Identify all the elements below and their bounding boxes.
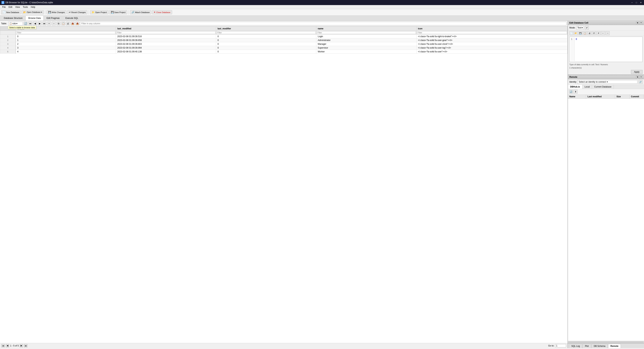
add-row-button[interactable]: +: [47, 22, 51, 26]
col-header-last-modifier[interactable]: last_modifier: [216, 27, 316, 31]
col-header-name[interactable]: name: [316, 27, 416, 31]
remote-tab-dbhub[interactable]: DBHub.io: [568, 85, 582, 89]
cell-text-content[interactable]: 0: [574, 38, 642, 61]
menu-file[interactable]: File: [1, 6, 7, 9]
cell-last-modifier-3[interactable]: 0: [216, 42, 316, 46]
col-header-last-modified[interactable]: last_modified: [116, 27, 216, 31]
remote-tab-local[interactable]: Local: [582, 85, 592, 89]
first-page-button[interactable]: ⏮: [2, 344, 5, 347]
open-database-button[interactable]: 📂 Open Database ▾: [22, 10, 44, 14]
cell-last-modifier-5[interactable]: 0: [216, 50, 316, 54]
cell-role-id-3[interactable]: 2: [16, 42, 116, 46]
menu-edit[interactable]: Edit: [7, 6, 14, 9]
export-button[interactable]: 📤: [71, 22, 75, 26]
cell-last-modified-1[interactable]: 2023-02-08 01:09:39.516: [116, 34, 216, 38]
table-row[interactable]: 3 2 2023-02-08 01:09:39.803 0 Manager <i…: [0, 42, 568, 46]
table-row[interactable]: 1 0 2023-02-08 01:09:39.516 0 Login <i c…: [0, 34, 568, 38]
goto-prev-button[interactable]: ◀: [33, 22, 37, 26]
maximize-button[interactable]: □: [634, 1, 638, 4]
cell-icon-4[interactable]: <i class="fa-solid fa-user-tag"></i>: [416, 46, 568, 50]
table-select[interactable]: 📋 role ▾: [8, 22, 23, 25]
filter-last-modifier[interactable]: [216, 31, 316, 34]
filter-last-modified[interactable]: [116, 31, 216, 34]
cell-name-1[interactable]: Login: [316, 34, 416, 38]
col-header-icon[interactable]: icon: [416, 27, 568, 31]
remote-connect-button[interactable]: 🔗: [638, 80, 642, 84]
remote-scrollbar[interactable]: [568, 341, 644, 343]
tab-database-structure[interactable]: Database Structure: [1, 16, 25, 20]
bottom-tab-remote[interactable]: Remote: [608, 344, 621, 348]
new-database-button[interactable]: 📄 New Database: [1, 10, 21, 14]
mode-apply-icon-button[interactable]: ✔: [585, 26, 589, 30]
duplicate-row-button[interactable]: ⧉: [56, 22, 60, 26]
cell-tool-print[interactable]: 🖨: [588, 31, 592, 35]
revert-changes-button[interactable]: ↩ Revert Changes: [67, 10, 88, 14]
table-row[interactable]: 4 3 2023-02-08 01:09:39.994 0 Supervisor…: [0, 46, 568, 50]
cell-role-id-4[interactable]: 3: [16, 46, 116, 50]
cell-name-5[interactable]: Worker: [316, 50, 416, 54]
edit-cell-float-button[interactable]: ⧉: [636, 22, 639, 24]
cell-last-modified-2[interactable]: 2023-02-08 01:09:39.658: [116, 38, 216, 42]
goto-input[interactable]: [555, 344, 566, 347]
cell-tool-next[interactable]: →: [606, 31, 610, 35]
cell-last-modifier-2[interactable]: 0: [216, 38, 316, 42]
cell-tool-new[interactable]: 📄: [569, 31, 573, 35]
remote-close-button[interactable]: ✕: [640, 76, 642, 78]
bottom-tab-sql-log[interactable]: SQL Log: [569, 344, 582, 348]
close-database-button[interactable]: ✕ Close Database: [152, 10, 172, 14]
cell-icon-1[interactable]: <i class="fa-solid fa-right-to-braket"><…: [416, 34, 568, 38]
attach-database-button[interactable]: 🔗 Attach Database: [130, 10, 151, 14]
apply-button[interactable]: Apply: [631, 70, 642, 74]
prev-page-button[interactable]: ◀: [6, 344, 9, 347]
cell-tool-null[interactable]: ∅: [592, 31, 596, 35]
cell-name-2[interactable]: Administrator: [316, 38, 416, 42]
filter-name[interactable]: [317, 31, 416, 34]
cell-tool-copy[interactable]: 📋: [583, 31, 587, 35]
close-button[interactable]: ✕: [639, 1, 642, 4]
remote-tab-current[interactable]: Current Database: [592, 85, 614, 89]
last-page-button[interactable]: ⏭: [24, 344, 27, 347]
minimize-button[interactable]: ─: [630, 1, 634, 4]
cell-role-id-5[interactable]: 4: [16, 50, 116, 54]
cell-name-3[interactable]: Manager: [316, 42, 416, 46]
save-project-button[interactable]: 💾 Save Project: [109, 10, 127, 14]
search-input[interactable]: [80, 22, 566, 25]
remote-float-button[interactable]: ⧉: [636, 76, 639, 78]
menu-tools[interactable]: Tools: [22, 6, 29, 9]
tab-browse-data[interactable]: Browse Data: [26, 16, 44, 20]
cell-tool-save[interactable]: 💾: [578, 31, 582, 35]
bottom-tab-db-schema[interactable]: DB Schema: [592, 344, 608, 348]
goto-first-button[interactable]: ⏮: [28, 22, 32, 26]
cell-last-modified-5[interactable]: 2023-02-08 01:09:40.138: [116, 50, 216, 54]
next-page-button[interactable]: ▶: [20, 344, 23, 347]
cell-name-4[interactable]: Supervisor: [316, 46, 416, 50]
remote-tool-refresh[interactable]: 🔄: [569, 90, 573, 94]
import-button[interactable]: 📥: [75, 22, 79, 26]
goto-next-button[interactable]: ▶: [38, 22, 42, 26]
identity-select[interactable]: Select an identity to connect ▾: [578, 80, 638, 84]
print-button[interactable]: 🖨: [66, 22, 70, 26]
cell-last-modified-4[interactable]: 2023-02-08 01:09:39.994: [116, 46, 216, 50]
remote-tool-upload[interactable]: ⬆: [574, 90, 578, 94]
filter-icon[interactable]: [417, 31, 567, 34]
goto-last-button[interactable]: ⏭: [42, 22, 46, 26]
menu-help[interactable]: Help: [29, 6, 37, 9]
copy-button[interactable]: 📋: [61, 22, 65, 26]
refresh-button[interactable]: 🔄: [24, 22, 28, 26]
write-changes-button[interactable]: 💾 Write Changes: [46, 10, 66, 14]
cell-last-modified-3[interactable]: 2023-02-08 01:09:39.803: [116, 42, 216, 46]
table-row[interactable]: 5 4 2023-02-08 01:09:40.138 0 Worker <i …: [0, 50, 568, 54]
cell-last-modifier-4[interactable]: 0: [216, 46, 316, 50]
delete-row-button[interactable]: −: [52, 22, 56, 26]
table-row[interactable]: 2 1 2023-02-08 01:09:39.658 0 Administra…: [0, 38, 568, 42]
cell-last-modifier-1[interactable]: 0: [216, 34, 316, 38]
tab-execute-sql[interactable]: Execute SQL: [63, 16, 81, 20]
cell-role-id-2[interactable]: 1: [16, 38, 116, 42]
cell-tool-open[interactable]: 📂: [574, 31, 578, 35]
cell-tool-prev[interactable]: ←: [601, 31, 605, 35]
menu-view[interactable]: View: [14, 6, 22, 9]
cell-role-id-1[interactable]: 0: [16, 34, 116, 38]
cell-tool-hex[interactable]: #: [596, 31, 600, 35]
mode-select[interactable]: Text ▾: [576, 26, 584, 30]
cell-editor-area[interactable]: 1 0: [569, 36, 642, 62]
